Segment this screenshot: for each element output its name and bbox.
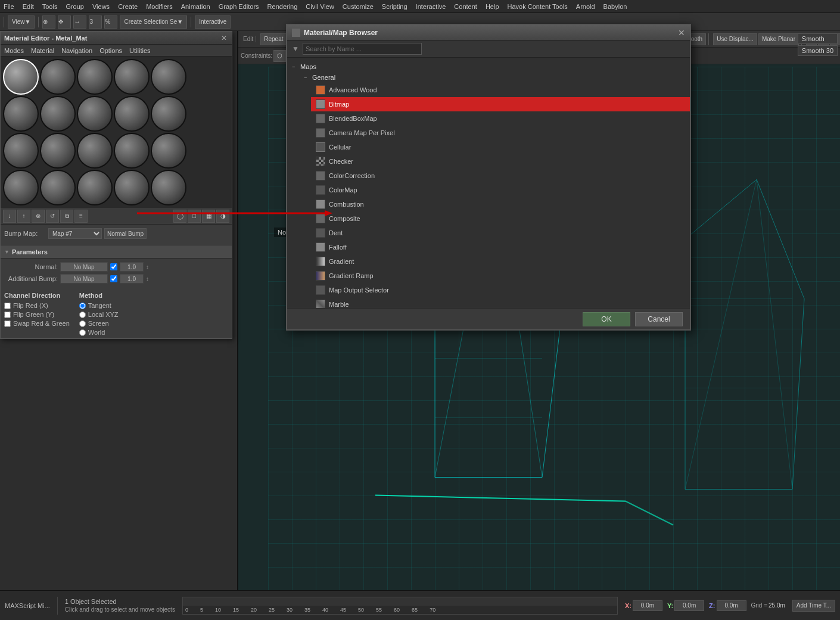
mat-sphere-3[interactable] [114,59,150,95]
mat-tool-sphere[interactable]: ◯ [173,210,186,223]
tree-item-cellular[interactable]: Cellular [311,140,690,154]
z-coord-input[interactable] [717,600,746,611]
mat-tool-put[interactable]: ↑ [17,210,30,223]
mat-menu-material[interactable]: Material [31,47,54,54]
mat-menu-modes[interactable]: Modes [4,47,24,54]
flip-green-check[interactable] [4,311,11,318]
mat-sphere-5[interactable] [3,96,39,132]
mat-tool-get[interactable]: ↓ [3,210,16,223]
x-coord-input[interactable] [633,600,662,611]
search-input[interactable] [303,43,422,55]
tree-item-color-map[interactable]: ColorMap [311,183,690,197]
menu-edit[interactable]: Edit [23,3,34,10]
mat-sphere-14[interactable] [151,133,186,169]
mat-sphere-19[interactable] [151,170,186,205]
normal-check[interactable] [110,263,117,270]
tree-item-falloff[interactable]: Falloff [311,240,690,254]
mat-sphere-13[interactable] [114,133,150,169]
constraint-btn-1[interactable]: ⬡ [273,50,286,62]
tree-item-checker[interactable]: Checker [311,154,690,169]
general-header[interactable]: − General [299,72,690,83]
y-coord-input[interactable] [674,600,704,611]
tree-item-combustion[interactable]: Combustion [311,197,690,211]
mat-tool-backlit[interactable]: ◑ [216,210,229,223]
mat-menu-navigation[interactable]: Navigation [61,47,92,54]
menu-group[interactable]: Group [66,3,84,10]
menu-havok[interactable]: Havok Content Tools [508,3,568,10]
addbump-value[interactable]: 1.0 [120,274,144,283]
add-time-btn[interactable]: Add Time T... [792,600,835,612]
normal-value[interactable]: 1.0 [120,262,144,272]
mat-sphere-16[interactable] [40,170,76,205]
params-header[interactable]: ▼ Parameters [1,245,232,258]
mat-sphere-17[interactable] [77,170,113,205]
bump-map-dropdown[interactable]: Map #7 [48,228,102,239]
dialog-close-btn[interactable]: ✕ [678,28,685,38]
toolbar-icon-5[interactable]: % [104,15,117,29]
toolbar-icon-3[interactable]: ↔ [73,15,86,29]
mat-sphere-4[interactable] [151,59,186,95]
tree-item-composite[interactable]: Composite [311,211,690,226]
menu-rendering[interactable]: Rendering [267,3,298,10]
mat-sphere-6[interactable] [40,96,76,132]
toolbar-select-region[interactable]: Create Selection Se ▼ [120,15,187,29]
toolbar-icon-1[interactable]: ⊕ [42,15,55,29]
tree-item-bitmap[interactable]: Bitmap [311,97,690,111]
maps-header[interactable]: − Maps [287,61,690,72]
normal-map-btn[interactable]: No Map [60,262,108,272]
swap-red-green-check[interactable] [4,320,11,327]
ok-btn[interactable]: OK [583,312,630,326]
menu-civil-view[interactable]: Civil View [306,3,334,10]
menu-arnold[interactable]: Arnold [576,3,595,10]
mat-sphere-8[interactable] [114,96,150,132]
toolbar-icon-4[interactable]: 3 [89,15,102,29]
tree-item-marble[interactable]: Marble [311,297,690,308]
flip-red-check[interactable] [4,303,11,309]
mat-sphere-7[interactable] [77,96,113,132]
tree-item-dent[interactable]: Dent [311,226,690,240]
repeat-btn[interactable]: Repeat [260,33,287,45]
cancel-btn[interactable]: Cancel [635,312,683,326]
mat-menu-options[interactable]: Options [99,47,122,54]
menu-file[interactable]: File [4,3,14,10]
mat-sphere-2[interactable] [77,59,113,95]
menu-babylon[interactable]: Babylon [603,3,627,10]
addbump-map-btn[interactable]: No Map [60,274,108,283]
browser-content[interactable]: − Maps − General Advanced Wood Bitmap [287,58,690,308]
mat-tool-bg[interactable]: ▦ [202,210,215,223]
toolbar-interactive[interactable]: Interactive [195,15,231,29]
menu-content[interactable]: Content [454,3,477,10]
tree-item-gradient-ramp[interactable]: Gradient Ramp [311,269,690,283]
menu-interactive[interactable]: Interactive [416,3,446,10]
tree-item-camera-map[interactable]: Camera Map Per Pixel [311,126,690,140]
toolbar-icon-2[interactable]: ✥ [58,15,71,29]
use-displac-btn[interactable]: Use Displac... [713,33,757,45]
tree-item-blended-box-map[interactable]: BlendedBoxMap [311,111,690,126]
tree-item-map-output[interactable]: Map Output Selector [311,283,690,297]
mat-tool-options[interactable]: ≡ [74,210,88,223]
menu-views[interactable]: Views [92,3,110,10]
tree-item-gradient[interactable]: Gradient [311,254,690,269]
menu-tools[interactable]: Tools [42,3,58,10]
mat-sphere-10[interactable] [3,133,39,169]
mat-sphere-12[interactable] [77,133,113,169]
mat-sphere-15[interactable] [3,170,39,205]
mat-editor-close[interactable]: ✕ [220,34,228,42]
mat-sphere-11[interactable] [40,133,76,169]
menu-customize[interactable]: Customize [343,3,374,10]
addbump-check[interactable] [110,275,117,282]
menu-create[interactable]: Create [118,3,138,10]
local-xyz-radio[interactable] [79,311,86,318]
menu-scripting[interactable]: Scripting [382,3,407,10]
tree-item-color-correction[interactable]: ColorCorrection [311,169,690,183]
timeline-area[interactable]: 0 5 10 15 20 25 30 35 40 45 50 55 60 65 … [182,597,618,615]
menu-animation[interactable]: Animation [181,3,210,10]
tree-item-advanced-wood[interactable]: Advanced Wood [311,83,690,97]
mat-tool-box[interactable]: □ [188,210,201,223]
mat-tool-reset[interactable]: ↺ [46,210,59,223]
mat-menu-utilities[interactable]: Utilities [129,47,150,54]
mat-tool-assign[interactable]: ⊗ [32,210,45,223]
menu-graph-editors[interactable]: Graph Editors [219,3,259,10]
menu-modifiers[interactable]: Modifiers [146,3,173,10]
mat-sphere-0[interactable] [3,59,39,95]
